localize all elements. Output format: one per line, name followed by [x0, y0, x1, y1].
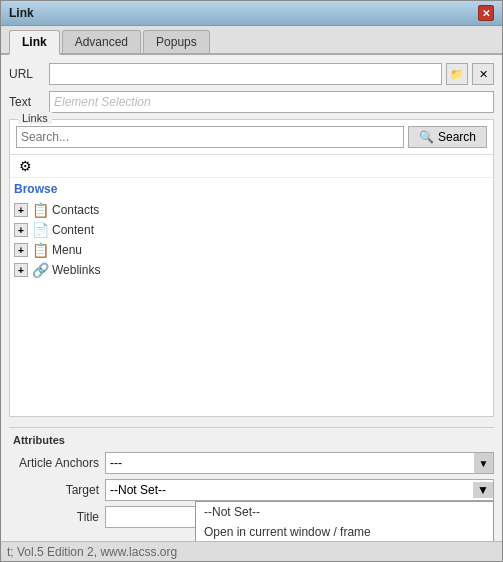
tree-item-weblinks[interactable]: + 🔗 Weblinks: [14, 260, 489, 280]
content-icon: 📄: [32, 222, 48, 238]
expand-menu-icon[interactable]: +: [14, 243, 28, 257]
contacts-icon: 📋: [32, 202, 48, 218]
title-label: Title: [9, 510, 99, 524]
expand-weblinks-icon[interactable]: +: [14, 263, 28, 277]
links-section-label: Links: [18, 112, 52, 124]
text-row: Text: [9, 91, 494, 113]
url-label: URL: [9, 67, 49, 81]
url-browse-icon[interactable]: 📁: [446, 63, 468, 85]
article-anchors-row: Article Anchors --- ▼: [9, 452, 494, 474]
target-current-value: --Not Set--: [110, 483, 166, 497]
gear-row: ⚙: [10, 155, 493, 178]
target-row: Target --Not Set-- ▼ --Not Set-- Open in…: [9, 479, 494, 501]
target-label: Target: [9, 483, 99, 497]
weblinks-icon: 🔗: [32, 262, 48, 278]
status-bar: t; Vol.5 Edition 2, www.lacss.org: [1, 541, 502, 561]
target-arrow-icon: ▼: [473, 482, 493, 498]
tab-link[interactable]: Link: [9, 30, 60, 55]
contacts-label: Contacts: [52, 203, 99, 217]
tab-advanced[interactable]: Advanced: [62, 30, 141, 53]
text-label: Text: [9, 95, 49, 109]
search-button[interactable]: 🔍 Search: [408, 126, 487, 148]
tree-item-menu[interactable]: + 📋 Menu: [14, 240, 489, 260]
dropdown-item-current[interactable]: Open in current window / frame: [196, 522, 493, 541]
expand-content-icon[interactable]: +: [14, 223, 28, 237]
url-clear-icon[interactable]: ✕: [472, 63, 494, 85]
article-anchors-label: Article Anchors: [9, 456, 99, 470]
attributes-label: Attributes: [9, 434, 494, 446]
search-icon: 🔍: [419, 130, 434, 144]
menu-label: Menu: [52, 243, 82, 257]
menu-icon: 📋: [32, 242, 48, 258]
gear-icon[interactable]: ⚙: [16, 157, 34, 175]
browse-section: Browse + 📋 Contacts + 📄 Content + 📋 Menu: [10, 178, 493, 416]
url-input-container: 📁 ✕: [49, 63, 494, 85]
tree-item-content[interactable]: + 📄 Content: [14, 220, 489, 240]
search-bar: 🔍 Search: [10, 120, 493, 155]
dropdown-item-notset[interactable]: --Not Set--: [196, 502, 493, 522]
expand-contacts-icon[interactable]: +: [14, 203, 28, 217]
article-anchors-select-container: --- ▼: [105, 452, 494, 474]
attributes-section: Attributes Article Anchors --- ▼ Target …: [9, 427, 494, 533]
url-row: URL 📁 ✕: [9, 63, 494, 85]
url-input[interactable]: [49, 63, 442, 85]
close-button[interactable]: ✕: [478, 5, 494, 21]
target-select-display[interactable]: --Not Set-- ▼: [105, 479, 494, 501]
tab-popups[interactable]: Popups: [143, 30, 210, 53]
link-dialog: Link ✕ Link Advanced Popups URL 📁 ✕ Text: [0, 0, 503, 562]
text-input[interactable]: [49, 91, 494, 113]
status-text: t; Vol.5 Edition 2, www.lacss.org: [7, 545, 177, 559]
tab-bar: Link Advanced Popups: [1, 26, 502, 55]
text-input-container: [49, 91, 494, 113]
links-section: Links 🔍 Search ⚙ Browse + 📋 Contacts: [9, 119, 494, 417]
browse-label: Browse: [14, 182, 489, 196]
dialog-title: Link: [9, 6, 34, 20]
dialog-titlebar: Link ✕: [1, 1, 502, 26]
content-label: Content: [52, 223, 94, 237]
tree-item-contacts[interactable]: + 📋 Contacts: [14, 200, 489, 220]
main-content: URL 📁 ✕ Text Links 🔍 Search: [1, 55, 502, 541]
weblinks-label: Weblinks: [52, 263, 100, 277]
search-input[interactable]: [16, 126, 404, 148]
article-anchors-select[interactable]: ---: [105, 452, 494, 474]
target-dropdown: --Not Set-- Open in current window / fra…: [195, 501, 494, 541]
target-select-container: --Not Set-- ▼ --Not Set-- Open in curren…: [105, 479, 494, 501]
